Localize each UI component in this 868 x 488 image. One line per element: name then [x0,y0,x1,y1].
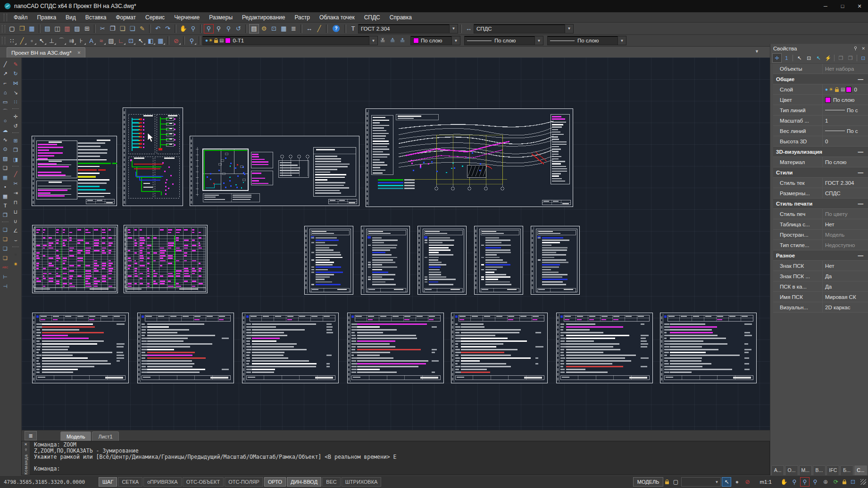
zoom-all-icon[interactable]: ⚲ [224,24,234,33]
table-editor-icon[interactable]: ▦ [279,24,289,33]
xref-icon[interactable]: ⊡ [126,36,136,45]
panel-tab-[interactable]: С... [854,465,867,475]
help-icon[interactable]: ? [333,25,340,32]
line-icon[interactable]: ╱ [1,60,10,68]
color-combo[interactable]: По слою▼ [410,36,460,45]
chevron-down-icon[interactable]: ▼ [449,25,458,33]
chamfer-icon[interactable]: ∠ [11,226,20,235]
measure-ruler-icon[interactable]: ╱ [314,24,324,33]
join-icon[interactable]: ∪ [11,217,20,225]
orbit-icon[interactable]: ⊕ [821,477,830,487]
toggle-ВЕС[interactable]: ВЕС [322,477,341,487]
property-section-1[interactable]: Общие— [773,74,868,84]
selection-indicator-icon[interactable]: 1 [782,53,791,63]
select-cursor-icon[interactable]: ↖ [722,477,731,487]
layer-freeze-icon[interactable]: ≙ [388,36,398,45]
menu-item-10[interactable]: Растр [290,12,314,22]
multiline-icon[interactable]: ≈ [96,36,106,45]
select-arrow-icon[interactable]: ↖ [136,36,146,45]
layout-list-icon[interactable]: ≣ [25,431,37,440]
menu-item-6[interactable]: Сервис [141,12,169,22]
collapse-icon[interactable]: — [858,149,864,155]
panel-tab-IFC[interactable]: IFC [826,465,839,475]
property-value[interactable]: Нет набора [822,64,868,74]
sheet-set-icon[interactable]: ≣ [289,24,299,33]
revision-cloud-icon[interactable]: ☁ [1,126,10,134]
copy-icon[interactable]: ❐ [108,24,117,33]
fillet-icon[interactable]: ⌣ [11,236,20,244]
zoom-realtime-icon[interactable]: ⚲ [790,477,799,487]
menu-item-8[interactable]: Размеры [204,12,237,22]
dim-aligned-icon[interactable]: ⊣ [1,282,10,290]
text-style-icon[interactable]: Т [348,24,358,33]
trim-icon[interactable]: ╱ [11,170,20,178]
document-tab[interactable]: Проект ВН на АЗС.dwg*✕ [7,47,85,58]
layer-stack-2-icon[interactable]: ❏ [1,235,10,243]
property-value[interactable]: Модель [822,230,868,240]
zoom-extents-icon[interactable]: ⚲ [810,477,820,487]
close-top-icon[interactable]: ⊓ [11,198,20,207]
property-value[interactable]: ГОСТ 2.304 [822,178,868,188]
dimension-edit-icon[interactable]: ↔ [304,24,314,33]
layer-combo[interactable]: ●☀▤0-Т1▼ [202,36,378,45]
table-draw-icon[interactable]: ▦ [1,192,10,200]
layer-match-icon[interactable]: ≛ [398,36,408,45]
polygon-icon[interactable]: ⌂ [1,88,10,97]
ellipse-icon[interactable]: ⊙ [1,145,10,153]
draft-settings-icon[interactable]: ▤ [249,24,259,33]
spell-check-icon[interactable]: ABC [1,263,10,272]
collapse-icon[interactable]: — [858,170,864,175]
toggle-ШТРИХОВКА[interactable]: ШТРИХОВКА [342,477,382,487]
property-section-8[interactable]: 3D-визуализация— [773,147,868,157]
stretch-icon[interactable]: ↘ [11,88,20,97]
pan-icon[interactable]: ✋ [779,477,789,487]
zoom-previous-icon[interactable]: ↺ [234,24,243,33]
panel-tab-[interactable]: Б... [840,465,853,475]
menu-item-1[interactable]: Файл [9,12,33,22]
fullscreen-icon[interactable]: ⊡ [848,477,858,487]
maximize-button[interactable]: □ [834,0,851,12]
arc-icon[interactable]: ⌒ [1,107,10,116]
toggle-ДИН-ВВОД[interactable]: ДИН-ВВОД [287,477,321,487]
property-value[interactable]: ●☀▤0 [822,84,868,94]
property-value[interactable]: Недоступно [822,240,868,250]
zoom-window-icon[interactable]: ⚲ [204,24,214,33]
property-value[interactable]: Нет [822,219,868,229]
text-tool-icon[interactable]: А [86,36,96,45]
pin-icon[interactable] [24,448,28,451]
copy-object-icon[interactable]: ❐ [1,211,10,219]
scale-icon[interactable]: ⊞ [11,136,20,145]
property-value[interactable]: По с [822,126,868,136]
collapse-icon[interactable]: — [858,253,864,258]
pan-icon[interactable]: ✋ [178,24,188,33]
properties-monitor-icon[interactable]: ⊡ [859,53,868,63]
dim-linear-icon[interactable]: ⊢ [1,273,10,281]
snap-ruler-icon[interactable]: ╱ [17,36,27,45]
chevron-down-icon[interactable]: ▼ [534,36,543,45]
explode-all-icon[interactable]: ✷ [11,260,20,268]
property-value[interactable]: Мировая СК [822,292,868,302]
zoom-dynamic-icon[interactable]: ⚲ [214,24,224,33]
options-gear-icon[interactable]: ⚙ [259,24,269,33]
property-value[interactable]: 2D каркас [822,302,868,312]
menu-item-13[interactable]: Справка [385,12,417,22]
property-value[interactable]: 1 [822,116,868,125]
collapse-icon[interactable]: — [858,76,864,82]
mirror-icon[interactable]: ⋈ [11,79,20,87]
menu-item-7[interactable]: Черчение [169,12,204,22]
layout-tab-list[interactable]: Лист1 [92,431,118,441]
chevron-down-icon[interactable]: ▼ [369,36,377,45]
cut-icon[interactable]: ✂ [98,24,108,33]
rectangle-icon[interactable]: ▭ [1,98,10,106]
move-icon[interactable]: ✛ [11,112,20,121]
rotate-icon[interactable]: ↺ [11,122,20,130]
paste-icon[interactable]: ❏ [117,24,127,33]
chevron-down-icon[interactable]: ▼ [618,36,626,45]
explode-icon[interactable]: ✶ [11,250,20,259]
paste-special-icon[interactable]: ❏ [127,24,137,33]
property-value[interactable]: По цвету [822,209,868,219]
hatch-icon[interactable]: ▨ [106,36,116,45]
menu-item-9[interactable]: Редактирование [237,12,290,22]
selection-filter-icon[interactable]: ⚡ [823,53,833,63]
paste-clip-icon[interactable]: ◨ [11,155,20,164]
